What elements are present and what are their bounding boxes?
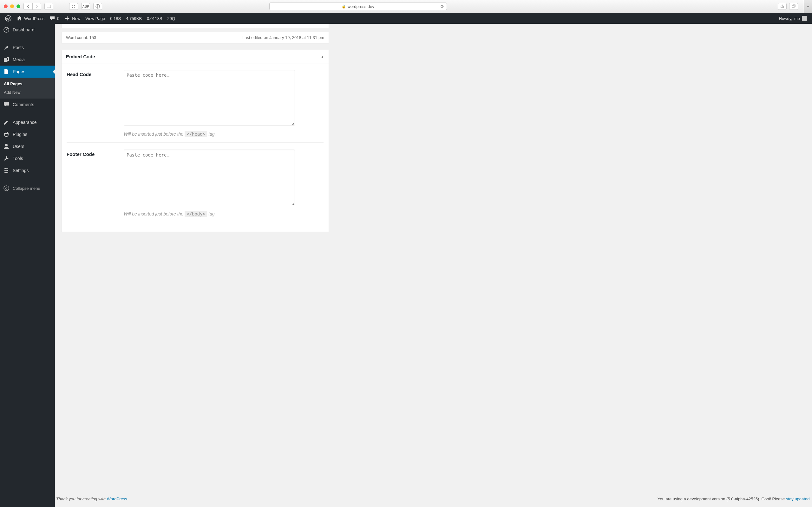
svg-point-14 (5, 168, 6, 169)
sidebar-toggle-button[interactable] (44, 3, 53, 10)
head-code-textarea[interactable] (124, 70, 295, 125)
footer-thanks: Thank you for creating with WordPress. (56, 497, 128, 501)
sidebar-item-users[interactable]: Users (0, 140, 55, 153)
wp-admin-bar: WordPress 0 New View Page 0.18S 4,759KB … (0, 13, 812, 24)
comments-link[interactable]: 0 (47, 13, 62, 24)
collapse-menu-button[interactable]: Collapse menu (0, 182, 55, 194)
media-icon (3, 56, 9, 63)
sidebar-item-appearance[interactable]: Appearance (0, 116, 55, 128)
wp-logo-icon[interactable] (3, 13, 14, 24)
sidebar-item-pages[interactable]: Pages (0, 66, 55, 78)
svg-point-16 (7, 170, 8, 171)
sidebar-label: Tools (13, 156, 23, 161)
tabs-button[interactable] (789, 3, 798, 10)
sidebar-label: Plugins (13, 132, 27, 137)
browser-chrome: ABP 🔒 wordpress.dev ⟳ + (0, 0, 812, 13)
home-icon (16, 15, 22, 21)
howdy-prefix: Howdy, (779, 16, 792, 21)
sidebar-label: Media (13, 57, 25, 62)
svg-point-10 (7, 60, 8, 61)
head-code-help: Will be inserted just before the </head>… (124, 131, 323, 136)
pin-icon (3, 44, 9, 51)
debug-time2[interactable]: 0.0118S (144, 13, 165, 24)
svg-rect-0 (47, 5, 51, 8)
metabox-toggle-icon[interactable]: ▲ (321, 55, 324, 59)
extension-icon[interactable] (93, 3, 102, 10)
editor-area (61, 24, 329, 28)
sidebar-item-settings[interactable]: Settings (0, 164, 55, 176)
window-controls (4, 4, 20, 8)
comments-count: 0 (57, 16, 59, 21)
svg-point-8 (6, 30, 7, 31)
new-tab-button[interactable]: + (804, 0, 812, 13)
site-name-link[interactable]: WordPress (14, 13, 47, 24)
debug-memory[interactable]: 4,759KB (123, 13, 144, 24)
dashboard-icon (3, 26, 9, 33)
howdy-user: me (794, 16, 800, 21)
abp-icon[interactable]: ABP (81, 3, 90, 10)
avatar-icon (802, 16, 807, 21)
sidebar-item-media[interactable]: Media (0, 54, 55, 66)
maximize-window-icon[interactable] (16, 4, 20, 8)
admin-sidebar: Dashboard Posts Media Pages All Pages Ad… (0, 24, 55, 507)
svg-rect-9 (4, 58, 7, 62)
close-window-icon[interactable] (4, 4, 8, 8)
pages-submenu: All Pages Add New (0, 78, 55, 99)
sidebar-label: Dashboard (13, 27, 35, 32)
sidebar-item-plugins[interactable]: Plugins (0, 128, 55, 140)
word-count: Word count: 153 (66, 35, 96, 40)
sidebar-item-comments[interactable]: Comments (0, 99, 55, 111)
debug-time1[interactable]: 0.18S (107, 13, 123, 24)
sidebar-item-posts[interactable]: Posts (0, 42, 55, 54)
head-code-label: Head Code (67, 70, 114, 136)
sidebar-item-tools[interactable]: Tools (0, 153, 55, 164)
share-button[interactable] (778, 3, 786, 10)
tools-icon (3, 155, 9, 162)
debug-queries[interactable]: 29Q (165, 13, 178, 24)
users-icon (3, 143, 9, 150)
collapse-icon (3, 185, 9, 191)
back-button[interactable] (23, 3, 32, 10)
settings-icon (3, 167, 9, 174)
minimize-window-icon[interactable] (10, 4, 14, 8)
sidebar-item-dashboard[interactable]: Dashboard (0, 24, 55, 36)
forward-button[interactable] (32, 3, 41, 10)
sidebar-label: Pages (13, 69, 26, 74)
svg-point-12 (5, 144, 8, 147)
sidebar-label: Collapse menu (13, 186, 40, 191)
metabox-body: Head Code Will be inserted just before t… (61, 63, 328, 232)
field-divider (67, 142, 323, 143)
view-page-link[interactable]: View Page (83, 13, 107, 24)
sidebar-label: Users (13, 144, 24, 149)
lock-icon: 🔒 (342, 4, 346, 9)
sidebar-separator (0, 176, 55, 182)
reader-icon[interactable] (69, 3, 78, 10)
footer-code-textarea[interactable] (124, 150, 295, 205)
submenu-all-pages[interactable]: All Pages (0, 79, 55, 88)
admin-footer: Thank you for creating with WordPress. Y… (55, 491, 812, 507)
stay-updated-link[interactable]: stay updated (786, 497, 809, 501)
sidebar-label: Posts (13, 45, 24, 50)
main-content: Word count: 153 Last edited on January 1… (55, 24, 812, 507)
footer-version: You are using a development version (5.0… (658, 497, 811, 501)
editor-statusbar: Word count: 153 Last edited on January 1… (61, 32, 329, 43)
sidebar-label: Comments (13, 102, 34, 107)
wordpress-link[interactable]: WordPress (107, 497, 127, 501)
my-account-link[interactable]: Howdy, me (776, 13, 809, 24)
reload-icon[interactable]: ⟳ (441, 4, 444, 9)
sidebar-label: Settings (13, 168, 29, 173)
svg-point-19 (4, 186, 9, 191)
svg-point-18 (5, 172, 7, 173)
submenu-add-new[interactable]: Add New (0, 88, 55, 97)
metabox-title: Embed Code (66, 54, 95, 59)
embed-code-metabox: Embed Code ▲ Head Code Will be inserted … (61, 50, 329, 232)
plus-icon (64, 15, 70, 21)
new-content-link[interactable]: New (62, 13, 83, 24)
body-tag-code: </body> (185, 211, 207, 217)
head-tag-code: </head> (185, 131, 207, 137)
metabox-header[interactable]: Embed Code ▲ (61, 50, 328, 63)
new-label: New (72, 16, 80, 21)
appearance-icon (3, 119, 9, 125)
plugins-icon (3, 131, 9, 137)
url-bar[interactable]: 🔒 wordpress.dev ⟳ (269, 3, 447, 10)
